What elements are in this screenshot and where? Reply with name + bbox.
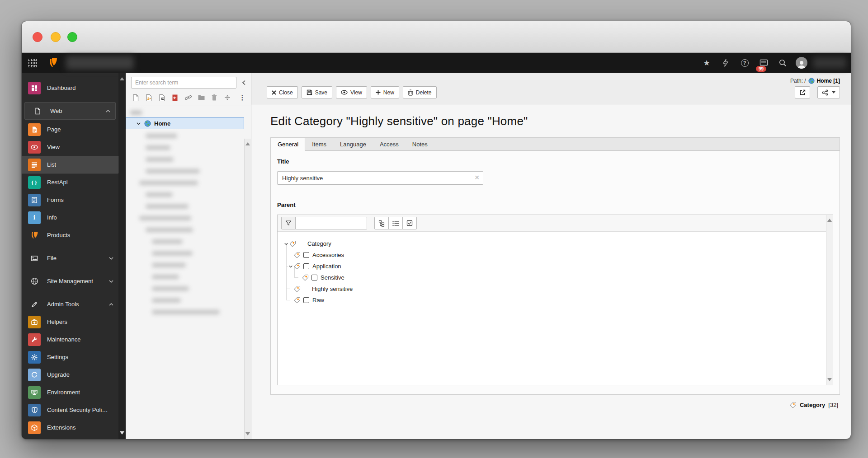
tree-node-raw[interactable]: Raw — [280, 294, 824, 306]
sidebar-group-site-management[interactable]: Site Management — [22, 272, 118, 290]
expand-tree-button[interactable] — [374, 217, 389, 229]
page-tree-search-input[interactable] — [131, 77, 236, 89]
sidebar-item-view[interactable]: View — [22, 138, 118, 156]
scroll-down-icon[interactable] — [120, 431, 124, 435]
share-icon — [822, 89, 828, 96]
sidebar-item-content-security-policy[interactable]: Content Security Poli… — [22, 401, 118, 419]
tree-node-accessories[interactable]: Accessories — [280, 249, 824, 261]
new-page-icon[interactable] — [131, 93, 140, 102]
category-tree-scrollbar[interactable] — [826, 215, 833, 385]
sidebar-item-products[interactable]: Products — [22, 226, 118, 244]
tab-general[interactable]: General — [271, 138, 305, 151]
scroll-up-icon[interactable] — [120, 77, 124, 80]
close-button[interactable]: Close — [267, 86, 298, 98]
typo3-logo[interactable] — [42, 53, 63, 73]
share-dropdown-button[interactable] — [817, 86, 840, 98]
tree-node-label: Category — [307, 240, 331, 247]
tree-node-highly-sensitive[interactable]: Highly sensitive — [280, 283, 824, 294]
sidebar-item-upgrade[interactable]: Upgrade — [22, 366, 118, 383]
view-button[interactable]: View — [336, 86, 367, 98]
record-form: General Items Language Access Notes Titl… — [270, 137, 840, 395]
scroll-up-icon[interactable] — [827, 219, 832, 222]
save-button[interactable]: Save — [302, 86, 332, 98]
filter-button[interactable] — [281, 217, 296, 229]
system-information-button[interactable]: 99 — [754, 53, 773, 73]
chevron-down-icon[interactable] — [283, 242, 289, 246]
new-shortcut-page-icon[interactable] — [144, 93, 153, 102]
help-button[interactable]: ? — [735, 53, 754, 73]
title-input[interactable] — [277, 171, 483, 185]
tag-icon — [294, 297, 301, 304]
page-tree-scrollbar[interactable] — [244, 139, 251, 439]
chevron-down-icon — [108, 279, 114, 284]
minimize-window-button[interactable] — [51, 32, 61, 42]
sidebar-item-list[interactable]: List — [22, 156, 118, 173]
tree-node-category[interactable]: Category — [280, 238, 824, 249]
delete-button[interactable]: Delete — [403, 86, 437, 98]
scroll-up-icon[interactable] — [245, 142, 250, 145]
clear-cache-button[interactable] — [716, 53, 735, 73]
new-mountpoint-page-icon[interactable] — [170, 93, 179, 102]
sidebar-group-web[interactable]: Web — [24, 102, 116, 120]
help-icon: ? — [741, 59, 749, 67]
sidebar-item-forms[interactable]: Forms — [22, 191, 118, 209]
new-button[interactable]: New — [371, 86, 399, 98]
page-tree-node-home[interactable]: Home — [126, 117, 244, 129]
category-checkbox[interactable] — [303, 263, 309, 269]
tab-access[interactable]: Access — [373, 138, 406, 151]
sidebar-item-environment[interactable]: Environment — [22, 383, 118, 401]
zoom-window-button[interactable] — [67, 32, 77, 42]
plus-icon — [376, 90, 381, 95]
sidebar-item-extensions[interactable]: Extensions — [22, 419, 118, 436]
sidebar-item-maintenance[interactable]: Maintenance — [22, 331, 118, 348]
open-in-new-window-button[interactable] — [795, 86, 810, 98]
sidebar-item-info[interactable]: i Info — [22, 209, 118, 226]
globe-page-icon — [144, 120, 151, 127]
page-tree-more-button[interactable]: ⋮ — [237, 96, 247, 99]
sidebar-group-admin-tools[interactable]: Admin Tools — [22, 295, 118, 313]
tree-node-sensitive[interactable]: Sensitive — [280, 272, 824, 283]
module-menu-scrollbar[interactable] — [118, 73, 126, 439]
list-view-button[interactable] — [388, 217, 403, 229]
toggle-selection-button[interactable] — [402, 217, 417, 229]
sidebar-item-dashboard[interactable]: Dashboard — [22, 79, 118, 97]
helpers-module-icon — [28, 316, 41, 328]
tag-icon — [302, 274, 309, 281]
category-checkbox[interactable] — [311, 275, 317, 280]
bookmarks-button[interactable]: ★ — [697, 53, 716, 73]
scroll-down-icon[interactable] — [827, 378, 832, 381]
modules-grid-button[interactable] — [22, 53, 42, 73]
checkbox-icon — [406, 220, 413, 226]
sidebar-item-settings[interactable]: Settings — [22, 348, 118, 366]
close-window-button[interactable] — [33, 32, 42, 42]
parent-category-tree: Category Accessories — [277, 215, 833, 385]
collapse-page-tree-button[interactable] — [239, 77, 248, 89]
tab-notes[interactable]: Notes — [406, 138, 434, 151]
star-icon: ★ — [703, 59, 710, 67]
trash-icon[interactable] — [210, 93, 219, 102]
tab-language[interactable]: Language — [333, 138, 373, 151]
module-menu: Dashboard Web Page — [22, 73, 118, 439]
category-checkbox[interactable] — [303, 297, 309, 303]
category-checkbox[interactable] — [303, 252, 309, 258]
sidebar-item-restapi[interactable]: { } RestApi — [22, 173, 118, 191]
record-footer: Category [32] — [270, 395, 840, 408]
link-icon[interactable] — [184, 93, 193, 102]
upgrade-module-icon — [28, 369, 41, 381]
clear-input-icon[interactable]: ✕ — [474, 174, 480, 181]
chevron-down-icon[interactable] — [288, 264, 294, 269]
page-tree-toolbar: ⋮ — [126, 90, 251, 106]
page-tree-node-label: Home — [154, 120, 170, 127]
user-menu-button[interactable] — [792, 53, 811, 73]
sidebar-item-helpers[interactable]: Helpers — [22, 313, 118, 331]
sidebar-group-file[interactable]: File — [22, 249, 118, 267]
folder-icon[interactable] — [197, 93, 206, 102]
tab-items[interactable]: Items — [305, 138, 333, 151]
search-button[interactable] — [773, 53, 792, 73]
scroll-down-icon[interactable] — [245, 432, 250, 435]
sidebar-item-page[interactable]: Page — [22, 121, 118, 138]
new-link-page-icon[interactable] — [157, 93, 166, 102]
separator-icon[interactable] — [223, 93, 232, 102]
tree-node-application[interactable]: Application — [280, 261, 824, 272]
category-filter-input[interactable] — [296, 217, 367, 229]
